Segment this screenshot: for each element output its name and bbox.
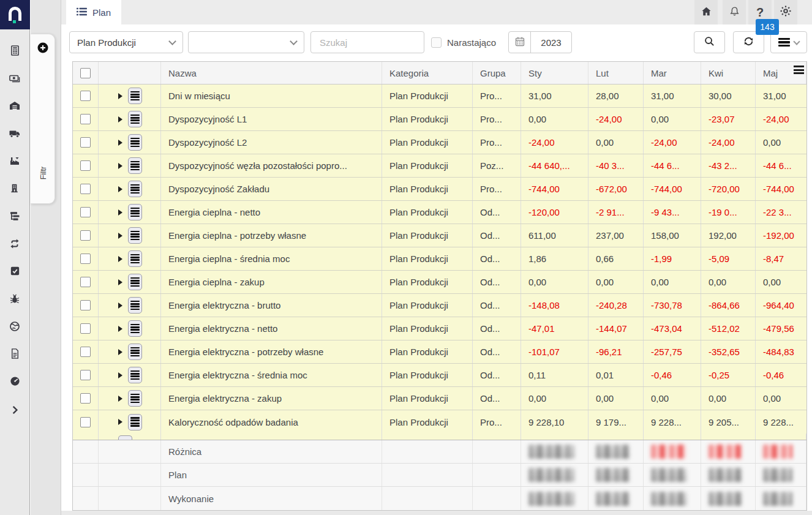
row-menu-button[interactable] — [128, 297, 142, 314]
calendar-button[interactable] — [509, 32, 531, 53]
tab-plan[interactable]: Plan — [66, 0, 121, 24]
row-menu-button[interactable] — [128, 320, 142, 337]
row-checkbox[interactable] — [80, 184, 91, 194]
sidebar-item-tree-list[interactable] — [0, 203, 29, 231]
row-menu-button[interactable] — [128, 250, 142, 267]
row-checkbox[interactable] — [80, 393, 91, 404]
table-row[interactable]: Dyspozycyjność ZakładuPlan ProdukcjiPro.… — [73, 178, 806, 201]
search-button[interactable] — [694, 31, 725, 53]
column-header-mar[interactable]: Mar — [644, 62, 701, 84]
expand-caret-icon[interactable] — [118, 349, 122, 355]
table-row[interactable]: Dyspozycyjność węzła pozostałości popro.… — [73, 154, 806, 178]
row-menu-button[interactable] — [128, 274, 142, 290]
sidebar-item-bug[interactable] — [0, 286, 29, 314]
table-row[interactable]: Kaloryczność odpadów badaniaPlan Produkc… — [73, 410, 806, 434]
row-checkbox[interactable] — [80, 370, 91, 380]
select-all-checkbox[interactable] — [80, 68, 91, 78]
row-menu-button[interactable] — [128, 390, 142, 407]
table-row[interactable]: Energia cieplna - nettoPlan ProdukcjiOd.… — [73, 201, 806, 224]
column-header-lut[interactable]: Lut — [588, 62, 644, 84]
sidebar-item-globe[interactable] — [0, 314, 29, 341]
secondary-select[interactable] — [188, 31, 304, 53]
row-checkbox[interactable] — [80, 347, 91, 357]
dataset-select[interactable]: Plan Produkcji — [69, 31, 183, 53]
table-row[interactable]: Dyspozycyjność L2Plan ProdukcjiPro...-24… — [73, 131, 806, 154]
column-header-nazwa[interactable]: Nazwa — [161, 62, 382, 84]
expand-caret-icon[interactable] — [118, 209, 122, 216]
row-checkbox[interactable] — [80, 91, 91, 101]
table-row[interactable]: Energia elektryczna - zakupPlan Produkcj… — [73, 387, 806, 410]
search-input[interactable] — [318, 37, 416, 48]
sidebar-item-sync[interactable] — [0, 231, 29, 258]
row-checkbox[interactable] — [80, 137, 91, 148]
home-button[interactable] — [694, 0, 718, 24]
expand-caret-icon[interactable] — [118, 326, 122, 332]
sidebar-item-cash[interactable] — [0, 66, 29, 93]
table-row[interactable]: Energia elektryczna - średnia mocPlan Pr… — [73, 364, 806, 387]
sidebar-item-building[interactable] — [0, 176, 29, 203]
table-row[interactable]: Dyspozycyjność L1Plan ProdukcjiPro...0,0… — [73, 108, 806, 131]
table-row[interactable]: Energia cieplna - potrzeby własnePlan Pr… — [73, 224, 806, 247]
row-checkbox[interactable] — [80, 323, 91, 334]
sidebar-item-warehouse[interactable] — [0, 93, 29, 121]
expand-caret-icon[interactable] — [118, 140, 122, 146]
row-menu-button[interactable] — [128, 227, 142, 244]
expand-caret-icon[interactable] — [118, 116, 122, 122]
column-header-kategoria[interactable]: Kategoria — [382, 62, 473, 84]
sidebar-item-factory[interactable] — [0, 148, 29, 176]
expand-caret-icon[interactable] — [118, 419, 122, 425]
row-checkbox[interactable] — [80, 160, 91, 171]
expand-caret-icon[interactable] — [118, 372, 122, 378]
row-value: -19 0... — [701, 201, 756, 224]
sidebar-expand-button[interactable] — [0, 397, 29, 425]
column-header-sty[interactable]: Sty — [521, 62, 588, 84]
row-value: 30,00 — [701, 85, 756, 107]
expand-caret-icon[interactable] — [118, 186, 122, 192]
row-checkbox[interactable] — [80, 207, 91, 217]
column-header-kwi[interactable]: Kwi — [701, 62, 756, 84]
row-checkbox[interactable] — [80, 300, 91, 310]
expand-caret-icon[interactable] — [118, 233, 122, 239]
cumulative-checkbox[interactable] — [431, 37, 442, 48]
filter-flyout-tab[interactable]: Filtr — [31, 34, 55, 204]
row-checkbox[interactable] — [80, 417, 91, 427]
column-chooser-icon[interactable] — [794, 66, 804, 76]
app-logo[interactable] — [0, 0, 30, 29]
expand-caret-icon[interactable] — [118, 396, 122, 402]
table-row[interactable]: Energia cieplna - zakupPlan ProdukcjiOd.… — [73, 271, 806, 294]
sidebar-item-document[interactable] — [0, 341, 29, 369]
row-checkbox[interactable] — [80, 277, 91, 287]
notifications-button[interactable] — [723, 0, 746, 24]
expand-caret-icon[interactable] — [118, 93, 122, 99]
row-checkbox[interactable] — [80, 114, 91, 124]
column-header-grupa[interactable]: Grupa — [473, 62, 521, 84]
row-menu-button[interactable] — [128, 157, 142, 174]
row-value: 0,00 — [521, 387, 588, 410]
sidebar-item-dashboard[interactable] — [0, 369, 29, 396]
row-checkbox[interactable] — [80, 230, 91, 241]
expand-caret-icon[interactable] — [118, 279, 122, 285]
row-menu-button[interactable] — [128, 344, 142, 360]
table-row[interactable]: Energia cieplna - średnia mocPlan Produk… — [73, 247, 806, 271]
row-menu-button[interactable] — [128, 88, 142, 104]
row-value: -43 2... — [701, 154, 756, 177]
row-menu-button[interactable] — [128, 414, 142, 430]
row-menu-button[interactable] — [128, 111, 142, 127]
row-menu-button[interactable] — [128, 181, 142, 197]
expand-caret-icon[interactable] — [118, 303, 122, 309]
row-menu-button[interactable] — [128, 367, 142, 383]
add-filter-icon[interactable] — [37, 42, 49, 54]
sidebar-item-calculator[interactable] — [0, 38, 29, 66]
sidebar-item-truck[interactable] — [0, 121, 29, 148]
table-row[interactable]: Energia elektryczna - potrzeby własnePla… — [73, 340, 806, 364]
row-checkbox[interactable] — [80, 254, 91, 264]
expand-caret-icon[interactable] — [118, 163, 122, 169]
row-menu-button[interactable] — [128, 204, 142, 220]
row-menu-button[interactable] — [128, 134, 142, 151]
table-row[interactable]: Dni w miesiącuPlan ProdukcjiPro...31,002… — [73, 85, 806, 108]
year-value[interactable]: 2023 — [531, 37, 571, 48]
expand-caret-icon[interactable] — [118, 256, 122, 262]
table-row[interactable]: Energia elektryczna - nettoPlan Produkcj… — [73, 317, 806, 340]
sidebar-item-tasks[interactable] — [0, 258, 29, 286]
table-row[interactable]: Energia elektryczna - bruttoPlan Produkc… — [73, 294, 806, 317]
